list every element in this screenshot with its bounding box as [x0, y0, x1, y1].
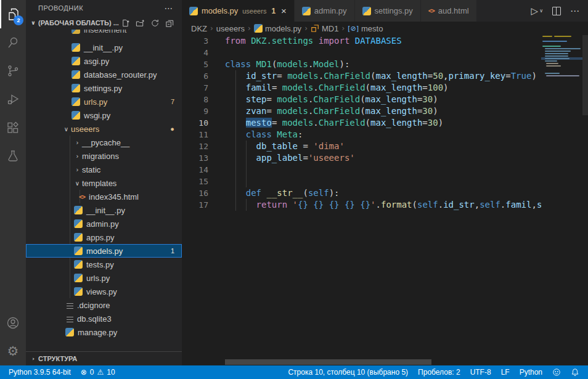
status-eol[interactable]: LF [496, 365, 515, 379]
code-line-6[interactable]: 6 id_str= models.CharField(max_length=50… [182, 70, 541, 82]
tree-item-asgi.py[interactable]: asgi.py [26, 54, 182, 68]
status-cursor-position[interactable]: Строка 10, столбец 10 (выбрано 5) [283, 365, 413, 379]
tree-item-useeers[interactable]: ∨useeers● [26, 122, 182, 136]
activity-explorer[interactable]: 2 [0, 0, 26, 28]
activity-settings[interactable]: ⚙ [0, 337, 26, 365]
tab-problems-badge: 1 [271, 7, 276, 15]
workspace-section-header[interactable]: ∨ (РАБОЧАЯ ОБЛАСТЬ) ... [26, 16, 182, 30]
breadcrumb-item-useeers[interactable]: useeers [216, 24, 245, 33]
status-label: LF [501, 368, 510, 377]
tree-item-urls.py[interactable]: urls.py [26, 271, 182, 285]
tree-item-manage.py[interactable]: manage.py [26, 325, 182, 339]
code-line-14[interactable]: 14 [182, 164, 541, 176]
status-python-interpreter[interactable]: Python 3.9.5 64-bit [4, 365, 76, 379]
code-line-7[interactable]: 7 famil= models.CharField(max_length=100… [182, 82, 541, 94]
explorer-more-actions[interactable]: ⋯ [165, 3, 174, 13]
python-icon [74, 233, 83, 242]
code-line-13[interactable]: 13 app_label='useeers' [182, 152, 541, 164]
status-notifications[interactable] [566, 365, 584, 379]
python-icon [74, 247, 83, 255]
tree-item-index345.html[interactable]: <>index345.html [26, 190, 182, 203]
tab-admin.py[interactable]: admin.py [295, 0, 354, 22]
activity-account[interactable] [0, 309, 26, 337]
activity-testing[interactable] [0, 142, 26, 170]
breadcrumb-item-DKZ[interactable]: DKZ [191, 24, 207, 33]
tree-item-label: static [82, 165, 100, 174]
code-line-4[interactable]: 4 [182, 47, 541, 59]
tree-item-templates[interactable]: ∨templates [26, 176, 182, 190]
code-line-15[interactable]: 15 [182, 176, 541, 187]
outline-section-header[interactable]: › СТРУКТУРА [26, 351, 182, 365]
code-line-5[interactable]: 5class MD1(models.Model): [182, 59, 541, 70]
run-dropdown-chevron-icon[interactable]: ∨ [539, 8, 543, 14]
tree-item-apps.py[interactable]: apps.py [26, 230, 182, 244]
more-actions-icon[interactable]: ⋯ [570, 6, 579, 17]
run-python-file-button[interactable]: ▷ ∨ [531, 6, 543, 17]
breadcrumb-item-mesto[interactable]: [⊘]mesto [348, 24, 383, 33]
editor-actions: ▷ ∨ ⋯ [523, 0, 588, 22]
tab-settings.py[interactable]: settings.py [355, 0, 420, 22]
tree-item-database_roouter.py[interactable]: database_roouter.py [26, 68, 182, 81]
tree-item-migrations[interactable]: ›migrations [26, 149, 182, 163]
code-line-10[interactable]: 10 mesto= models.CharField(max_length=30… [182, 117, 541, 129]
status-problems[interactable]: ⊗0⚠10 [76, 365, 120, 379]
status-feedback[interactable] [547, 365, 566, 379]
activity-source-control[interactable] [0, 57, 26, 85]
minimap[interactable] [541, 35, 582, 365]
new-folder-icon[interactable] [136, 18, 145, 28]
breadcrumb-item-models.py[interactable]: models.py [254, 24, 301, 33]
tree-item-label: migrations [82, 152, 119, 161]
code-line-16[interactable]: 16 def __str__(self): [182, 187, 541, 199]
tree-item-urls.py[interactable]: urls.py7 [26, 95, 182, 108]
tree-item-static[interactable]: ›static [26, 163, 182, 176]
tree-item-settings.py[interactable]: settings.py [26, 81, 182, 95]
code-line-17[interactable]: 17 return '{} {} {} {} {}'.format(self.i… [182, 199, 541, 211]
tab-label: models.py [202, 6, 238, 15]
activity-search[interactable] [0, 28, 26, 57]
tab-close-icon[interactable]: × [281, 6, 287, 15]
tree-item-.dcignore[interactable]: .dcignore [26, 298, 182, 312]
tab-aud.html[interactable]: <>aud.html [421, 0, 476, 22]
tree-item-__init__.py[interactable]: __init__.py [26, 203, 182, 217]
status-label: UTF-8 [470, 368, 491, 377]
status-encoding[interactable]: UTF-8 [465, 365, 496, 379]
status-language-mode[interactable]: Python [515, 365, 547, 379]
tree-item-insexlement[interactable]: insexlement [26, 30, 182, 41]
horizontal-scrollbar[interactable] [225, 359, 431, 365]
tree-item-wsgi.py[interactable]: wsgi.py [26, 108, 182, 122]
split-editor-icon[interactable] [552, 7, 561, 15]
python-icon [71, 70, 80, 79]
line-content: db_table = 'dima' [208, 141, 345, 152]
breadcrumb-label: models.py [265, 24, 301, 33]
chevron-right-icon: › [73, 153, 82, 160]
tree-item-tests.py[interactable]: tests.py [26, 258, 182, 271]
refresh-icon[interactable] [150, 18, 160, 28]
breadcrumb-item-MD1[interactable]: MD1 [311, 24, 338, 33]
tree-item-admin.py[interactable]: admin.py [26, 217, 182, 230]
code-line-3[interactable]: 3from DKZ.settings import DATABASES [182, 35, 541, 47]
workspace-label: (РАБОЧАЯ ОБЛАСТЬ) ... [38, 19, 119, 26]
tab-models.py[interactable]: models.pyuseeers1× [182, 0, 294, 22]
tree-item-views.py[interactable]: views.py [26, 285, 182, 298]
indent-guide [235, 199, 236, 211]
tree-item-label: database_roouter.py [84, 70, 157, 79]
tree-item-__pycache__[interactable]: ›__pycache__ [26, 136, 182, 149]
vertical-scrollbar[interactable] [582, 35, 588, 115]
line-number: 15 [182, 176, 208, 187]
tree-item-models.py[interactable]: models.py1 [26, 244, 182, 258]
activity-run-debug[interactable] [0, 85, 26, 113]
code-editor[interactable]: 3from DKZ.settings import DATABASES45cla… [182, 35, 541, 365]
code-line-8[interactable]: 8 step= models.CharField(max_length=30) [182, 94, 541, 105]
tree-item-db.sqlite3[interactable]: db.sqlite3 [26, 312, 182, 325]
code-line-12[interactable]: 12 db_table = 'dima' [182, 141, 541, 152]
tree-item-__init__.py[interactable]: __init__.py [26, 41, 182, 54]
activity-extensions[interactable] [0, 113, 26, 142]
breadcrumb-separator: › [245, 24, 254, 33]
code-line-9[interactable]: 9 zvan= models.CharField(max_length=30) [182, 105, 541, 117]
status-indentation[interactable]: Пробелов: 2 [413, 365, 465, 379]
collapse-all-icon[interactable] [165, 18, 174, 28]
breadcrumb-label: useeers [216, 24, 245, 33]
code-line-11[interactable]: 11 class Meta: [182, 129, 541, 141]
indent-guide [235, 129, 236, 141]
new-file-icon[interactable] [121, 18, 130, 28]
